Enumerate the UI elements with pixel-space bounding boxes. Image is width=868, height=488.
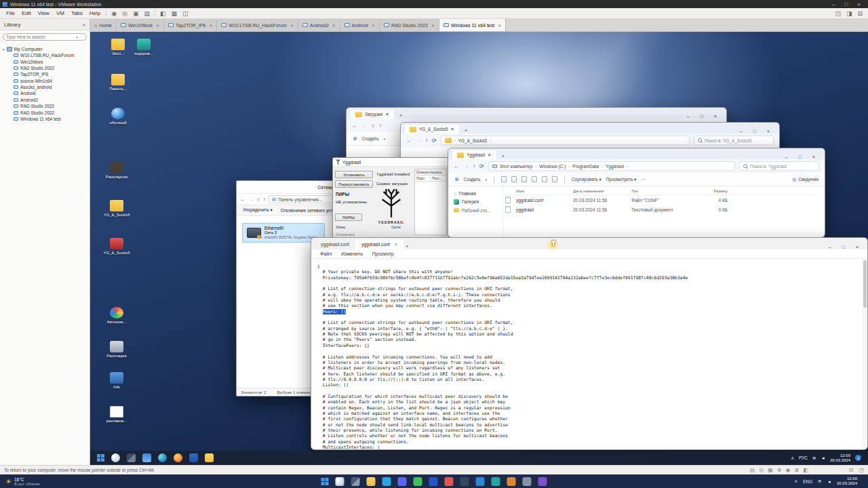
new-tab-button[interactable]: + [397,113,405,119]
view-button[interactable]: Просмотреть ▾ [606,177,637,182]
desktop-icon[interactable]: кодиров... [128,39,159,56]
library-search-input[interactable] [6,35,74,39]
maximize-button[interactable]: □ [793,155,807,159]
yggdrasil-tab[interactable]: Yggdrasil ✕ [452,150,496,159]
show-thumbnails-button[interactable]: ▦ [169,10,180,17]
display-device-icon[interactable]: ◧ [803,467,808,473]
file-row[interactable]: yggdrasil.conf 20.03.2024 11:56 Файл "CO… [505,195,818,205]
back-button[interactable]: ← [240,197,245,203]
fullscreen-button[interactable]: ◳ [832,10,844,17]
close-tab-icon[interactable]: ✕ [372,23,375,28]
recent-locations-button[interactable]: ∨ [371,123,375,129]
nav-home[interactable]: ⌂Главная [448,189,503,197]
close-tab-icon[interactable]: ✕ [431,23,435,28]
host-clock[interactable]: 12:00 20.03.2024 [837,476,857,486]
menu-view[interactable]: View [35,10,53,16]
file-row[interactable]: yggdrasil 20.03.2024 11:56 Текстовый док… [505,205,818,214]
harddisk-device-icon[interactable]: ▤ [750,467,755,473]
vm-firefox-icon[interactable] [174,453,182,462]
nav-desktop[interactable]: Рабочий сто... [448,206,503,214]
library-item[interactable]: source-Win1x64 [1,78,88,84]
menu-edit[interactable]: Изменить [337,251,367,256]
host-start-button[interactable] [321,478,329,485]
close-tab-icon[interactable]: ✕ [209,23,212,28]
close-tab-icon[interactable]: ✕ [332,23,336,28]
close-button[interactable]: × [709,114,722,119]
vm-task-view-button[interactable] [127,453,136,462]
vm-clock[interactable]: 12:00 20.03.2024 [830,453,850,463]
printer-device-icon[interactable]: ≣ [794,467,799,473]
address-bar[interactable]: › YG_&_Socks5 › [441,136,690,145]
notepad-text[interactable]: { # Your private key. DO NOT share this … [311,259,862,449]
vm-widgets-button[interactable] [142,453,151,462]
menu-file[interactable]: File [3,10,18,16]
vm-edge-icon[interactable] [158,453,167,462]
host-app-icon-8[interactable] [429,477,438,486]
manage-snapshot-button[interactable]: ▤ [141,10,153,17]
library-item[interactable]: Win10Work [1,58,88,64]
more-options-button[interactable]: ⋯ [641,177,646,182]
maximize-button[interactable]: □ [695,114,709,119]
minimize-button[interactable]: – [827,1,840,7]
library-item[interactable]: Tap2TOR_IP6 [1,71,88,77]
desktop-icon[interactable]: Панель... [102,74,134,92]
close-tab-icon[interactable]: ✕ [385,112,389,117]
menu-view[interactable]: Просмотр [368,251,398,256]
forward-button[interactable]: → [248,197,254,203]
recent-locations-button[interactable]: ∨ [256,197,260,203]
column-date[interactable]: Дата изменения [573,189,631,193]
desktop-icon[interactable]: обычный [102,108,134,125]
up-button[interactable]: ↑ [425,138,428,144]
close-tab-icon[interactable]: ✕ [290,23,294,28]
network-icon[interactable]: ⊕ [818,479,821,484]
new-button[interactable]: Создать [362,136,379,141]
network-device-icon[interactable]: ▦ [768,467,773,473]
minimize-button[interactable]: – [780,155,793,159]
message-log-icon[interactable]: ⊟ [849,467,854,473]
host-language-indicator[interactable]: ENG [803,479,812,484]
up-button[interactable]: ↑ [473,163,475,169]
copy-icon[interactable] [511,176,517,182]
forward-button[interactable]: → [361,123,367,129]
host-terminal-icon[interactable] [460,477,469,486]
scrollbar-thumb[interactable] [863,260,867,308]
host-telegram-icon[interactable] [382,477,391,486]
breadcrumb-segment[interactable]: Этот компьютер [500,164,533,169]
file-list-header[interactable]: Имя Дата изменения Тип Размер [505,188,818,195]
host-search-button[interactable] [336,477,344,486]
close-tab-icon[interactable]: ✕ [450,127,454,132]
desktop-icon[interactable]: YG_&_Socks5 [101,200,132,218]
vm-tab-w10ltsb[interactable]: W10.LTSB.RU_HackForum✕ [217,19,298,31]
volume-icon[interactable]: ◄ [827,479,831,484]
share-icon[interactable] [542,176,547,182]
library-item[interactable]: RAD Studio 2022 [1,109,88,115]
host-whatsapp-icon[interactable] [414,477,422,486]
host-app-icon-13[interactable] [507,477,516,486]
host-app-icon-9[interactable] [445,477,454,486]
new-tab-button[interactable]: + [403,243,411,249]
desktop-icon[interactable]: Раскладка [101,341,132,359]
close-button[interactable]: × [850,245,864,249]
forward-button[interactable]: → [416,138,421,144]
volume-icon[interactable]: ◄ [821,455,825,460]
console-view-button[interactable]: ◫ [180,10,191,17]
close-button[interactable]: × [807,155,821,159]
fullscreen-toggle-icon[interactable]: ◳ [859,467,864,473]
library-search[interactable]: ▾ [3,33,87,41]
desktop-icon[interactable]: Раскладчик [101,162,132,180]
peers-button[interactable]: ПИРЫ [335,214,362,221]
library-item[interactable]: RAD Studio 2022 [1,103,88,109]
host-discord-icon[interactable] [398,477,407,486]
tray-chevron-icon[interactable]: ∧ [794,479,797,484]
host-explorer-icon[interactable] [367,477,376,486]
desktop-icon[interactable]: распаков... [101,406,132,424]
paste-icon[interactable] [521,176,527,182]
vm-tab-android[interactable]: Android✕ [340,19,380,31]
search-input[interactable]: Поиск в: Yggdrasil [739,161,819,171]
minimize-button[interactable]: – [682,114,695,119]
new-tab-button[interactable]: + [500,153,507,159]
column-type[interactable]: Тип [631,189,696,193]
notepad-editor[interactable]: { # Your private key. DO NOT share this … [311,259,862,449]
vm-language-indicator[interactable]: РУС [799,455,808,460]
vm-tab-tap2tor[interactable]: Tap2TOR_IP6✕ [164,19,217,31]
